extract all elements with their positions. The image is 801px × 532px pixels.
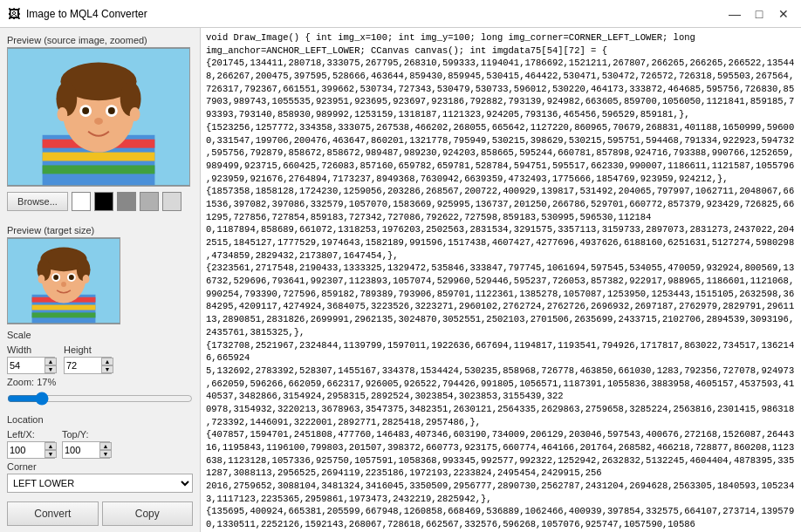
height-group: Height ▲ ▼ <box>64 344 112 374</box>
topy-arrows: ▲ ▼ <box>99 442 112 458</box>
preview-source-section: Preview (source image, zoomed) <box>7 35 193 187</box>
topy-up-arrow[interactable]: ▲ <box>99 442 112 450</box>
minimize-button[interactable]: — <box>724 3 745 24</box>
swatch-white[interactable] <box>72 192 91 211</box>
location-row: Left/X: ▲ ▼ Top/Y: ▲ <box>7 429 193 459</box>
svg-point-33 <box>83 275 90 283</box>
location-section: Location Left/X: ▲ ▼ Top/Y: <box>7 414 193 493</box>
height-label: Height <box>64 344 112 355</box>
main-container: Preview (source image, zoomed) <box>0 28 801 532</box>
swatch-lightgray[interactable] <box>140 192 159 211</box>
zoom-label: Zoom: 17% <box>7 377 193 387</box>
leftx-input[interactable] <box>10 445 44 455</box>
source-image-preview <box>7 47 190 187</box>
topy-group: Top/Y: ▲ ▼ <box>62 429 110 459</box>
swatch-gray[interactable] <box>117 192 136 211</box>
preview-target-section: Preview (target size) <box>7 225 193 324</box>
bottom-buttons: Convert Copy <box>7 498 193 526</box>
svg-rect-3 <box>43 153 155 161</box>
scale-label: Scale <box>7 330 31 340</box>
topy-spinbox[interactable]: ▲ ▼ <box>62 441 110 459</box>
svg-point-30 <box>69 275 74 280</box>
source-image-svg <box>8 48 189 186</box>
corner-label: Corner <box>7 461 193 472</box>
window-controls: — □ ✕ <box>724 3 794 24</box>
width-spinbox[interactable]: ▲ ▼ <box>7 357 55 374</box>
app-icon: 🖼 <box>7 7 21 21</box>
height-down-arrow[interactable]: ▼ <box>101 365 113 373</box>
topy-down-arrow[interactable]: ▼ <box>99 450 112 458</box>
left-panel: Preview (source image, zoomed) <box>0 28 201 532</box>
leftx-arrows: ▲ ▼ <box>44 442 57 458</box>
target-image-preview <box>7 237 120 324</box>
maximize-button[interactable]: □ <box>749 3 770 24</box>
browse-button[interactable]: Browse... <box>7 192 68 211</box>
height-arrows: ▲ ▼ <box>101 358 113 373</box>
leftx-label: Left/X: <box>7 429 55 440</box>
target-image-svg <box>8 238 120 324</box>
width-group: Width ▲ ▼ <box>7 344 55 374</box>
svg-rect-4 <box>43 165 155 174</box>
corner-select[interactable]: LEFT UPPER RIGHT UPPER LEFT LOWER RIGHT … <box>7 474 193 493</box>
svg-point-13 <box>108 107 115 114</box>
leftx-spinbox[interactable]: ▲ ▼ <box>7 441 55 459</box>
leftx-up-arrow[interactable]: ▲ <box>44 442 57 450</box>
svg-point-15 <box>57 107 67 121</box>
close-button[interactable]: ✕ <box>773 3 794 24</box>
width-up-arrow[interactable]: ▲ <box>44 358 57 365</box>
height-spinbox[interactable]: ▲ ▼ <box>64 357 112 374</box>
swatch-black[interactable] <box>94 192 113 211</box>
svg-point-32 <box>38 275 44 283</box>
topy-label: Top/Y: <box>62 429 110 440</box>
corner-group: Corner LEFT UPPER RIGHT UPPER LEFT LOWER… <box>7 461 193 493</box>
browse-swatches-row: Browse... <box>7 192 193 211</box>
width-label: Width <box>7 344 55 355</box>
width-arrows: ▲ ▼ <box>44 358 57 373</box>
copy-button[interactable]: Copy <box>102 501 194 526</box>
scale-label-line: Scale <box>7 330 193 342</box>
leftx-down-arrow[interactable]: ▼ <box>44 450 57 458</box>
wh-row: Width ▲ ▼ Height ▲ <box>7 344 193 374</box>
convert-button[interactable]: Convert <box>7 501 99 526</box>
preview-target-label: Preview (target size) <box>7 225 193 235</box>
svg-point-16 <box>130 107 140 121</box>
app-title: Image to MQL4 Converter <box>26 8 724 20</box>
zoom-slider[interactable] <box>7 392 193 406</box>
height-input[interactable] <box>66 360 101 371</box>
location-label: Location <box>7 414 193 425</box>
svg-point-31 <box>61 282 66 287</box>
zoom-slider-container <box>7 390 193 409</box>
scale-section: Scale Width ▲ ▼ Height <box>7 330 193 409</box>
code-panel[interactable]: void Draw_Image() { int img_x=100; int i… <box>201 28 801 532</box>
width-down-arrow[interactable]: ▼ <box>44 365 57 373</box>
svg-point-29 <box>53 275 58 280</box>
svg-rect-20 <box>32 305 96 310</box>
width-input[interactable] <box>10 360 44 371</box>
topy-input[interactable] <box>65 445 99 455</box>
leftx-group: Left/X: ▲ ▼ <box>7 429 55 459</box>
swatch-verylightgray[interactable] <box>162 192 181 211</box>
title-bar: 🖼 Image to MQL4 Converter — □ ✕ <box>0 0 801 28</box>
svg-point-12 <box>82 107 89 114</box>
preview-source-label: Preview (source image, zoomed) <box>7 35 193 45</box>
height-up-arrow[interactable]: ▲ <box>101 358 113 365</box>
svg-rect-21 <box>32 312 96 317</box>
svg-point-14 <box>94 118 103 125</box>
